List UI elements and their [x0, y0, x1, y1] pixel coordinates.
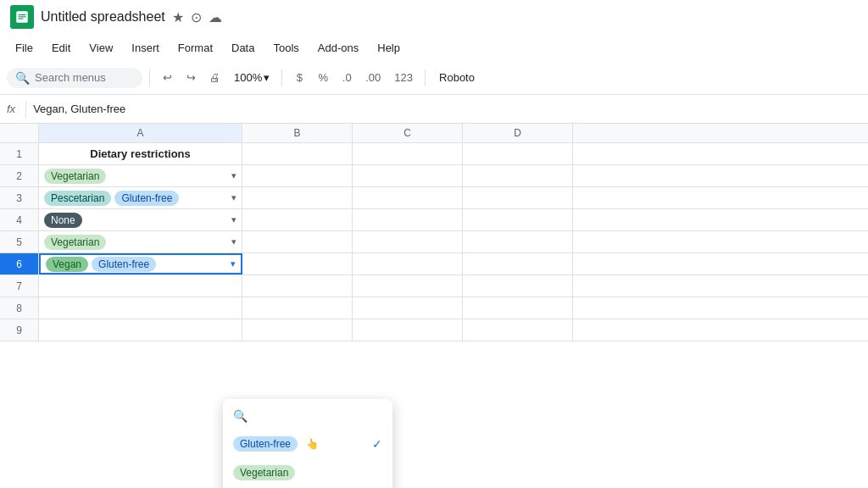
popup-item-gluten-free[interactable]: Gluten-free 👆 ✓ [223, 430, 392, 458]
menu-insert[interactable]: Insert [123, 38, 168, 58]
row-number: 3 [0, 187, 39, 208]
search-input[interactable] [35, 71, 128, 84]
cell-d5[interactable] [463, 231, 573, 252]
chip-vegetarian: Vegetarian [233, 465, 295, 480]
undo-button[interactable]: ↩ [157, 68, 177, 87]
table-row: 8 [0, 297, 868, 319]
decimal-decrease-button[interactable]: .0 [337, 68, 357, 87]
print-button[interactable]: 🖨 [204, 68, 225, 87]
cell-d3[interactable] [463, 187, 573, 208]
cell-a1-value: Dietary restrictions [90, 147, 191, 160]
font-selector[interactable]: Roboto [432, 68, 481, 87]
table-row: 2 Vegetarian ▾ [0, 165, 868, 187]
cell-b8[interactable] [242, 297, 353, 319]
currency-button[interactable]: $ [289, 68, 309, 87]
table-row: 5 Vegetarian ▾ [0, 231, 868, 253]
cell-b4[interactable] [242, 209, 353, 230]
menu-tools[interactable]: Tools [264, 38, 307, 58]
cell-c6[interactable] [353, 253, 463, 274]
menu-bar: File Edit View Insert Format Data Tools … [0, 34, 868, 61]
menu-view[interactable]: View [81, 38, 121, 58]
cell-d8[interactable] [463, 297, 573, 319]
search-icon: 🔍 [15, 71, 30, 85]
dropdown-arrow-icon[interactable]: ▾ [231, 258, 236, 269]
cell-a8[interactable] [39, 297, 242, 319]
cell-d1[interactable] [463, 143, 573, 164]
chip-vegetarian: Vegetarian [44, 169, 106, 184]
cell-c3[interactable] [353, 187, 463, 208]
cell-c4[interactable] [353, 209, 463, 230]
cell-a1[interactable]: Dietary restrictions [39, 143, 242, 164]
star-icon[interactable]: ★ [172, 9, 184, 25]
cell-c1[interactable] [353, 143, 463, 164]
percent-button[interactable]: % [313, 68, 333, 87]
popup-search-input[interactable] [253, 410, 371, 423]
folder-icon[interactable]: ⊙ [191, 9, 202, 25]
dropdown-popup: 🔍 Gluten-free 👆 ✓ Vegetarian Pescetarian… [223, 399, 392, 488]
popup-item-vegetarian[interactable]: Vegetarian [223, 458, 392, 487]
chip-vegetarian: Vegetarian [44, 235, 106, 250]
app-icon [10, 5, 34, 29]
toolbar-separator-1 [149, 69, 150, 86]
cell-a4[interactable]: None ▾ [39, 209, 242, 230]
cell-c2[interactable] [353, 165, 463, 186]
zoom-control[interactable]: 100% ▾ [229, 68, 275, 87]
menu-data[interactable]: Data [223, 38, 263, 58]
cell-d2[interactable] [463, 165, 573, 186]
popup-search-icon: 🔍 [233, 409, 248, 423]
cell-a3[interactable]: Pescetarian Gluten-free ▾ [39, 187, 242, 208]
title-bar: Untitled spreadsheet ★ ⊙ ☁ [0, 0, 868, 34]
menu-addons[interactable]: Add-ons [309, 38, 367, 58]
menu-help[interactable]: Help [369, 38, 409, 58]
cell-b5[interactable] [242, 231, 353, 252]
redo-button[interactable]: ↪ [181, 68, 201, 87]
cell-a7[interactable] [39, 275, 242, 297]
row-num-header [0, 124, 39, 142]
cell-d6[interactable] [463, 253, 573, 274]
dropdown-arrow-icon[interactable]: ▾ [231, 192, 236, 203]
check-icon: ✓ [372, 437, 382, 451]
cell-b3[interactable] [242, 187, 353, 208]
cell-d9[interactable] [463, 319, 573, 341]
decimal-increase-button[interactable]: .00 [360, 68, 386, 87]
formula-separator [25, 101, 26, 118]
cell-a2[interactable]: Vegetarian ▾ [39, 165, 242, 186]
row-number: 1 [0, 143, 39, 164]
menu-format[interactable]: Format [170, 38, 221, 58]
cell-b1[interactable] [242, 143, 353, 164]
col-header-b[interactable]: B [242, 124, 353, 142]
cell-b2[interactable] [242, 165, 353, 186]
cell-b7[interactable] [242, 275, 353, 297]
dropdown-arrow-icon[interactable]: ▾ [231, 170, 236, 181]
cloud-icon[interactable]: ☁ [209, 9, 222, 25]
cell-a6[interactable]: Vegan Gluten-free ▾ [39, 253, 242, 274]
more-formats-button[interactable]: 123 [389, 68, 418, 87]
cell-c8[interactable] [353, 297, 463, 319]
chip-gluten-free: Gluten-free [92, 257, 156, 272]
popup-search: 🔍 [223, 406, 392, 430]
row-number: 4 [0, 209, 39, 230]
cell-b9[interactable] [242, 319, 353, 341]
row-number: 2 [0, 165, 39, 186]
col-header-d[interactable]: D [463, 124, 573, 142]
svg-rect-1 [19, 14, 26, 15]
cell-c5[interactable] [353, 231, 463, 252]
formula-content[interactable]: Vegan, Gluten-free [33, 103, 861, 115]
search-box[interactable]: 🔍 [7, 68, 142, 88]
col-header-a[interactable]: A [39, 124, 242, 142]
dropdown-arrow-icon[interactable]: ▾ [231, 214, 236, 225]
cell-a9[interactable] [39, 319, 242, 341]
cell-d7[interactable] [463, 275, 573, 297]
rows-container: 1 Dietary restrictions 2 Vegetarian ▾ 3 … [0, 143, 868, 341]
menu-file[interactable]: File [7, 38, 42, 58]
cell-c7[interactable] [353, 275, 463, 297]
menu-edit[interactable]: Edit [43, 38, 79, 58]
cell-b6[interactable] [242, 253, 353, 274]
chip-gluten-free: Gluten-free [233, 436, 298, 452]
dropdown-arrow-icon[interactable]: ▾ [231, 236, 236, 247]
cell-d4[interactable] [463, 209, 573, 230]
col-header-c[interactable]: C [353, 124, 463, 142]
cell-c9[interactable] [353, 319, 463, 341]
table-row: 3 Pescetarian Gluten-free ▾ [0, 187, 868, 209]
cell-a5[interactable]: Vegetarian ▾ [39, 231, 242, 252]
